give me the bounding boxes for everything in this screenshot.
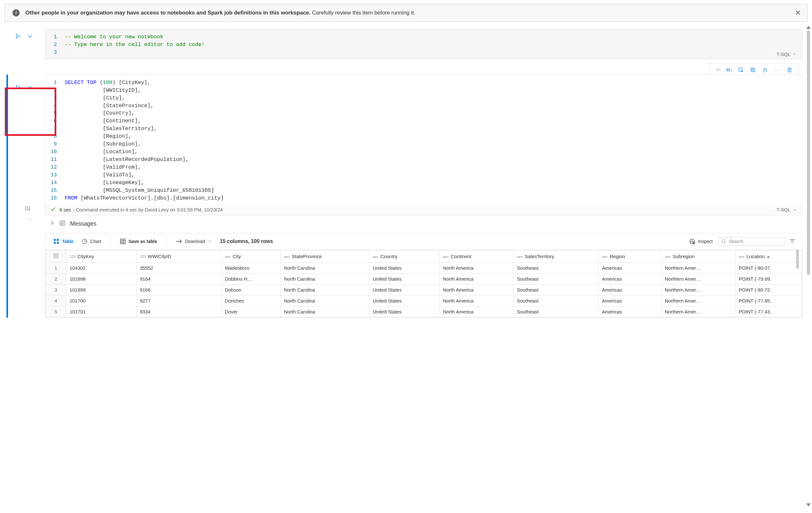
download-button[interactable]: Download [173,237,214,246]
close-icon[interactable]: ✕ [795,9,801,17]
column-header[interactable]: ANYSalesTerritory [513,250,599,262]
cell[interactable]: POINT (-80.72. [735,284,802,295]
run-menu-button[interactable] [27,84,33,91]
page-scrollbar[interactable] [806,26,811,507]
cell[interactable]: 9277 [136,295,222,306]
more-icon[interactable]: ··· [772,65,783,74]
copilot-icon[interactable] [713,65,724,74]
cell[interactable]: POINT (-80.07. [735,262,802,273]
table-row[interactable]: 51017019334DoverNorth CarolinaUnited Sta… [46,306,802,317]
code-line[interactable]: [Continent], [65,117,802,125]
cell[interactable]: 35552 [136,262,222,273]
cell[interactable]: Southeast [513,295,599,306]
cell[interactable]: Dobson [222,284,281,295]
cell[interactable]: Americas [599,284,662,295]
cell[interactable]: Americas [599,306,662,317]
code-line[interactable]: [Country], [65,109,802,117]
code-line[interactable]: [LineageKey], [65,179,802,187]
cell[interactable]: 9164 [136,273,222,284]
cell[interactable]: POINT (-77.85. [735,295,802,306]
column-header[interactable]: 123CityKey [66,250,137,262]
cell[interactable]: United States [369,262,440,273]
code-line[interactable]: [ValidTo], [65,171,802,179]
messages-section[interactable]: Messages [45,217,802,231]
cell[interactable]: Northern Amer… [661,295,735,306]
cell[interactable]: POINT (-77.43. [735,306,802,317]
markdown-toggle[interactable]: M↓ [725,65,734,74]
cell[interactable]: Dover [222,306,281,317]
code-line[interactable]: [City], [65,94,802,102]
cell[interactable]: 101698 [66,273,137,284]
run-cell-button[interactable] [16,85,21,91]
cell[interactable]: United States [369,306,440,317]
tab-table[interactable]: Table [51,237,76,246]
cell[interactable]: Americas [599,262,662,273]
code-line[interactable]: [ValidFrom], [65,163,802,171]
code-line[interactable]: SELECT TOP (100) [CityKey], [65,79,802,87]
cell[interactable]: Southeast [513,306,599,317]
language-selector[interactable]: T-SQL [777,52,796,57]
cell[interactable]: 9334 [136,306,222,317]
chevron-right-icon[interactable] [50,220,55,227]
cell[interactable]: Southeast [513,273,599,284]
code-line[interactable]: [Location], [65,148,802,156]
cell[interactable]: North America [439,306,513,317]
cell[interactable]: North Carolina [281,306,369,317]
cell[interactable]: 101699 [66,284,137,295]
cell[interactable]: Northern Amer… [661,273,735,284]
cell[interactable]: 9166 [136,284,222,295]
column-header[interactable]: ANYLocation [735,250,802,262]
code-line[interactable] [65,49,802,56]
code-line[interactable]: [SalesTerritory], [65,125,802,133]
column-header[interactable]: 123WWICityID [136,250,222,262]
cell[interactable]: Southeast [513,262,599,273]
cell[interactable]: Dobbins H… [222,273,281,284]
cell[interactable]: POINT (-79.69. [735,273,802,284]
table-row[interactable]: 41017009277DortchesNorth CarolinaUnited … [46,295,802,306]
inspect-button[interactable]: Inspect [686,237,715,246]
search-input[interactable]: Search [718,237,785,246]
code-line[interactable]: [Subregion], [65,140,802,148]
table-row[interactable]: 31016999166DobsonNorth CarolinaUnited St… [46,284,802,295]
cell[interactable]: United States [369,295,440,306]
table-row[interactable]: 110430235552WadesboroNorth CarolinaUnite… [46,262,802,273]
column-header[interactable] [46,250,66,262]
code-line[interactable]: [Region], [65,133,802,140]
cell[interactable]: North America [439,284,513,295]
save-as-table-button[interactable]: Save as table [117,237,160,246]
cell[interactable]: Northern Amer… [661,284,735,295]
cell[interactable]: North America [439,273,513,284]
cell[interactable]: United States [369,273,440,284]
column-header[interactable]: ANYSubregion [661,250,735,262]
code-editor[interactable]: 1-- Welcome to your new notebook2-- Type… [45,29,802,59]
run-menu-button[interactable] [27,33,33,40]
code-line[interactable]: FROM [WhatsTheVectorVictor].[dbo].[dimen… [65,194,802,202]
code-line[interactable]: -- Welcome to your new notebook [65,33,802,41]
cell[interactable]: 104302 [66,262,137,273]
cell[interactable]: Northern Amer… [661,306,735,317]
results-table[interactable]: 123CityKey123WWICityIDANYCityANYStatePro… [45,250,802,317]
column-header[interactable]: ANYStateProvince [281,250,369,262]
table-scrollbar[interactable] [796,249,799,269]
cell[interactable]: Southeast [513,284,599,295]
cell[interactable]: Dortches [222,295,281,306]
cell[interactable]: Americas [599,273,662,284]
cell[interactable]: North Carolina [281,295,369,306]
table-row[interactable]: 21016989164Dobbins H…North CarolinaUnite… [46,273,802,284]
cell-more-icon[interactable]: ··· [27,217,33,222]
tab-chart[interactable]: Chart [79,237,104,246]
code-line[interactable]: [LatestRecordedPopulation], [65,156,802,163]
code-line[interactable]: [MSSQL_System_Uniquifier_658101385] [65,187,802,194]
cell[interactable]: North Carolina [281,284,369,295]
filter-icon[interactable] [788,237,797,246]
column-header[interactable]: ANYContinent [439,250,513,262]
cell[interactable]: North America [439,262,513,273]
column-header[interactable]: ANYCountry [369,250,440,262]
code-editor[interactable]: 1SELECT TOP (100) [CityKey],2 [WWICityID… [45,75,802,205]
cell[interactable]: North America [439,295,513,306]
cell[interactable]: North Carolina [281,273,369,284]
cell[interactable]: North Carolina [281,262,369,273]
cell[interactable]: 101700 [66,295,137,306]
cell[interactable]: Americas [599,295,662,306]
clear-output-icon[interactable] [735,65,746,74]
